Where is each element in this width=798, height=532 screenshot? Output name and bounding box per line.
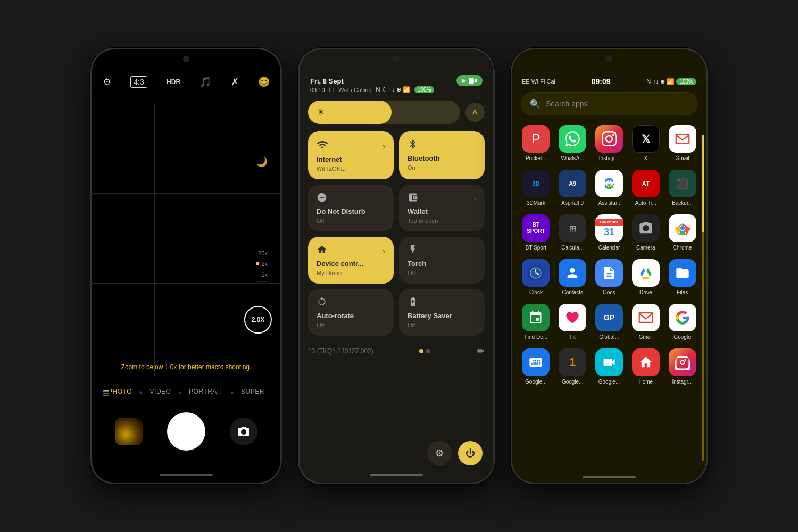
- qs-dot-2: [426, 349, 430, 353]
- app-item-finddev[interactable]: Find De...: [518, 300, 554, 344]
- app-item-chrome[interactable]: Chrome: [664, 210, 701, 255]
- phone-app-drawer: EE Wi-Fi Cal 09:09 N ↑↓ ⊕ 📶 100% 🔍 Searc…: [511, 48, 708, 484]
- app-item-gkeyboard[interactable]: Google...: [518, 344, 554, 389]
- app-item-instagramb[interactable]: Instagr...: [664, 344, 701, 389]
- zoom-button[interactable]: 2.0X: [244, 306, 272, 334]
- qs-version-text: 13 (TKQ1.230127.002): [308, 347, 373, 355]
- apps-carrier: EE Wi-Fi Cal: [522, 78, 555, 85]
- app-item-global[interactable]: GP Global...: [591, 300, 628, 344]
- app-item-gmail2[interactable]: Gmail: [627, 300, 664, 344]
- app-item-asphalt9[interactable]: A9 Asphalt 9: [554, 165, 591, 210]
- tile-wallet-title: Wallet: [408, 207, 476, 215]
- contacts-label: Contacts: [562, 289, 583, 295]
- app-item-instagram[interactable]: Instagr...: [591, 121, 628, 165]
- app-item-clock[interactable]: Clock: [518, 255, 554, 300]
- google-icon: [669, 304, 696, 331]
- mode-video[interactable]: VIDEO: [150, 388, 171, 397]
- qs-screen: ▶ Fri, 8 Sept 09:10 EE Wi-Fi Calling N ☾…: [300, 49, 493, 483]
- tile-dnd-title: Do Not Disturb: [317, 207, 385, 215]
- clock-icon: [522, 259, 550, 287]
- brightness-slider[interactable]: ☀: [308, 101, 460, 124]
- app-item-contacts[interactable]: Contacts: [554, 255, 591, 300]
- instagramb-icon: [669, 348, 696, 376]
- brightness-row: ☀ A: [308, 101, 485, 124]
- home-indicator[interactable]: [160, 474, 213, 476]
- autotr-icon: AT: [632, 170, 660, 197]
- svg-point-6: [680, 226, 684, 230]
- flip-camera-button[interactable]: [230, 418, 257, 445]
- qs-status-icons: N ☾ ↑↓ ⊕ 📶: [376, 86, 410, 93]
- tile-bluetooth-sub: On: [408, 164, 476, 171]
- app-item-home[interactable]: Home: [627, 344, 664, 389]
- qs-settings-button[interactable]: ⚙: [427, 441, 452, 466]
- qs-time: 09:10: [310, 87, 325, 93]
- app-item-gmail[interactable]: Gmail: [664, 121, 701, 165]
- app-item-pocket[interactable]: P Pocket...: [518, 121, 554, 165]
- battery-saver-icon: [408, 296, 418, 310]
- app-item-btsport[interactable]: BTSPORT BT Sport: [518, 210, 554, 255]
- gone-icon: 1: [559, 348, 586, 376]
- finddev-icon: [522, 304, 550, 331]
- app-item-gone[interactable]: 1 Google...: [554, 344, 591, 389]
- gallery-thumbnail[interactable]: [115, 418, 143, 445]
- calculator-icon: ⊞: [559, 214, 586, 242]
- camera-controls: [92, 412, 280, 451]
- settings-icon[interactable]: ⚙: [103, 76, 111, 88]
- app-item-files[interactable]: Files: [664, 255, 701, 300]
- tile-device-control[interactable]: › Device contr... My Home: [308, 237, 394, 284]
- home-app-icon: [632, 348, 660, 376]
- media-record-indicator: ▶: [456, 75, 483, 86]
- qs-dot-1: [419, 349, 423, 353]
- app-item-docs[interactable]: Docs: [591, 255, 628, 300]
- tile-auto-rotate-sub: Off: [317, 322, 385, 328]
- drive-label: Drive: [639, 289, 652, 295]
- qs-power-button[interactable]: ⏻: [458, 441, 483, 466]
- mode-photo[interactable]: PHOTO: [108, 388, 132, 397]
- app-item-assistant[interactable]: Assistant: [591, 165, 628, 210]
- mode-portrait[interactable]: PORTRAIT: [189, 388, 223, 397]
- gkeyboard-icon: [522, 348, 550, 376]
- app-item-x[interactable]: 𝕏 X: [627, 121, 664, 165]
- qs-status-bar: Fri, 8 Sept 09:10 EE Wi-Fi Calling N ☾ ↑…: [300, 49, 493, 96]
- tile-torch[interactable]: Torch Off: [399, 237, 485, 284]
- chrome-label: Chrome: [673, 245, 692, 251]
- hdr-icon[interactable]: HDR: [167, 78, 180, 86]
- tile-wallet[interactable]: › Wallet Tap to open: [399, 185, 485, 231]
- shutter-button[interactable]: [167, 412, 205, 451]
- tile-bluetooth[interactable]: Bluetooth On: [399, 131, 485, 179]
- app-item-gmeet[interactable]: Google...: [591, 344, 628, 389]
- app-item-whatsapp[interactable]: WhatsA...: [554, 121, 591, 165]
- app-item-backdr[interactable]: ⬛ Backdr...: [664, 165, 701, 210]
- app-item-google[interactable]: Google: [664, 300, 701, 344]
- audio-icon[interactable]: 🎵: [200, 76, 211, 88]
- app-search-bar[interactable]: 🔍 Search apps: [521, 92, 697, 115]
- fit-label: Fit: [570, 334, 576, 340]
- tile-internet-title: Internet: [317, 155, 385, 163]
- flash-icon[interactable]: ✗: [231, 76, 239, 88]
- apps-nfc-icon: N: [646, 78, 651, 85]
- tile-dnd[interactable]: Do Not Disturb Off: [308, 185, 394, 231]
- app-item-fit[interactable]: Fit: [554, 300, 591, 344]
- home-indicator-2[interactable]: [370, 474, 423, 476]
- app-item-camera[interactable]: Camera: [627, 210, 664, 255]
- dnd-icon: [317, 192, 327, 205]
- tile-internet[interactable]: › Internet WiFIZONE: [308, 131, 394, 179]
- qs-version-row: 13 (TKQ1.230127.002) ✏: [308, 345, 485, 357]
- filter-icon[interactable]: 😊: [258, 76, 270, 88]
- tile-battery-saver[interactable]: Battery Saver Off: [399, 289, 485, 336]
- auto-brightness-button[interactable]: A: [466, 103, 485, 122]
- app-grid: P Pocket... WhatsA... Instagr... 𝕏 X: [512, 121, 706, 389]
- home-indicator-3[interactable]: [583, 476, 636, 478]
- qs-edit-icon[interactable]: ✏: [477, 345, 485, 357]
- mode-super[interactable]: SUPER: [241, 388, 264, 397]
- scrollbar[interactable]: [702, 135, 704, 461]
- app-item-3dmark[interactable]: 3D 3DMark: [518, 165, 554, 210]
- app-item-calculator[interactable]: ⊞ Calcula...: [554, 210, 591, 255]
- home-label: Home: [638, 379, 653, 385]
- tile-auto-rotate[interactable]: Auto-rotate Off: [308, 289, 394, 336]
- app-item-calendar[interactable]: Calendar 31 Calendar: [591, 210, 628, 255]
- app-item-autotr[interactable]: AT Auto Tr...: [627, 165, 664, 210]
- camera-screen: ⚙ 4:3 HDR 🎵 ✗ 😊 🌙 20x 2x 1x: [92, 49, 280, 483]
- app-item-drive[interactable]: Drive: [627, 255, 664, 300]
- aspect-ratio-icon[interactable]: 4:3: [130, 76, 147, 88]
